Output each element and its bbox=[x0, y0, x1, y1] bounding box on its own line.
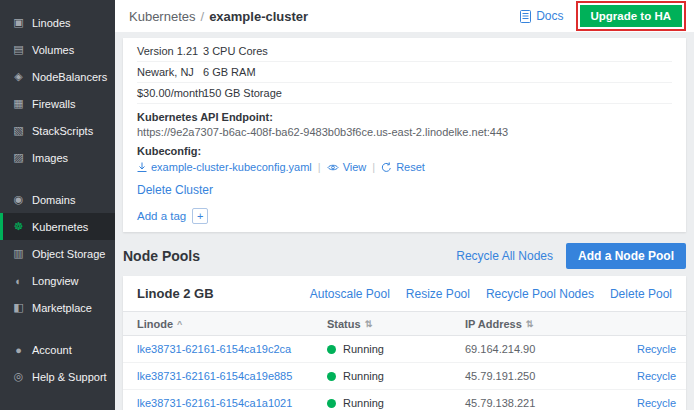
delete-cluster-link[interactable]: Delete Cluster bbox=[137, 183, 213, 197]
api-endpoint-label: Kubernetes API Endpoint: bbox=[137, 111, 672, 123]
column-header-status[interactable]: Status ⇅ bbox=[313, 318, 451, 330]
node-ip-cell: 45.79.191.250 bbox=[451, 370, 623, 382]
recycle-all-nodes-link[interactable]: Recycle All Nodes bbox=[456, 249, 553, 263]
docs-label: Docs bbox=[536, 9, 563, 23]
cluster-storage: 150 GB Storage bbox=[203, 87, 282, 99]
upgrade-to-ha-button[interactable]: Upgrade to HA bbox=[580, 5, 683, 27]
eye-icon bbox=[327, 163, 339, 172]
sidebar-item-label: Help & Support bbox=[32, 371, 107, 383]
sidebar-item-images[interactable]: ▨ Images bbox=[0, 144, 115, 171]
spec-row: Version 1.21 3 CPU Cores bbox=[137, 41, 672, 62]
firewalls-icon: ▦ bbox=[12, 97, 25, 110]
breadcrumb-kubernetes-link[interactable]: Kubernetes bbox=[129, 9, 196, 24]
column-label: Status bbox=[327, 318, 361, 330]
add-tag-label: Add a tag bbox=[137, 210, 186, 222]
add-node-pool-button[interactable]: Add a Node Pool bbox=[566, 243, 686, 269]
spec-row: $30.00/month 150 GB Storage bbox=[137, 83, 672, 104]
object-storage-icon: ▥ bbox=[12, 247, 25, 260]
table-row: lke38731-62161-6154ca1a1021 Running 45.7… bbox=[123, 390, 686, 410]
sidebar-item-label: Longview bbox=[32, 275, 78, 287]
table-row: lke38731-62161-6154ca19c2ca Running 69.1… bbox=[123, 336, 686, 363]
column-header-ip[interactable]: IP Address ⇅ bbox=[451, 318, 623, 330]
delete-pool-link[interactable]: Delete Pool bbox=[610, 287, 672, 301]
sidebar-item-account[interactable]: ● Account bbox=[0, 336, 115, 363]
sidebar-item-label: Account bbox=[32, 344, 72, 356]
app-window: ▣ Linodes ▤ Volumes ◈ NodeBalancers ▦ Fi… bbox=[0, 0, 694, 410]
pool-name: Linode 2 GB bbox=[137, 286, 214, 301]
cluster-price: $30.00/month bbox=[137, 87, 203, 99]
node-pools-header: Node Pools Recycle All Nodes Add a Node … bbox=[123, 243, 686, 269]
longview-icon: ◐ bbox=[12, 275, 25, 287]
sidebar-item-help-support[interactable]: ◎ Help & Support bbox=[0, 363, 115, 390]
recycle-node-link[interactable]: Recycle bbox=[637, 370, 676, 382]
node-action-cell: Recycle bbox=[623, 397, 690, 409]
account-icon: ● bbox=[12, 344, 25, 356]
docs-icon bbox=[520, 10, 531, 23]
breadcrumb: Kubernetes/example-cluster bbox=[129, 9, 308, 24]
sidebar-item-nodebalancers[interactable]: ◈ NodeBalancers bbox=[0, 63, 115, 90]
node-ip-cell: 45.79.138.221 bbox=[451, 397, 623, 409]
nodebalancers-icon: ◈ bbox=[12, 70, 25, 83]
add-tag-button[interactable]: Add a tag + bbox=[137, 208, 208, 224]
sidebar-item-domains[interactable]: ◉ Domains bbox=[0, 186, 115, 213]
node-action-cell: Recycle bbox=[623, 370, 690, 382]
node-link[interactable]: lke38731-62161-6154ca19c2ca bbox=[137, 343, 291, 355]
help-support-icon: ◎ bbox=[12, 370, 25, 383]
sidebar-item-label: Images bbox=[32, 152, 68, 164]
resize-pool-link[interactable]: Resize Pool bbox=[406, 287, 470, 301]
status-label: Running bbox=[343, 370, 384, 382]
kubeconfig-actions: example-cluster-kubeconfig.yaml | View | bbox=[137, 161, 672, 173]
status-label: Running bbox=[343, 397, 384, 409]
target-highlight-box: Upgrade to HA bbox=[576, 1, 687, 31]
images-icon: ▨ bbox=[12, 151, 25, 164]
page-header: Kubernetes/example-cluster Docs Upgrade … bbox=[115, 0, 694, 32]
pool-table-header: Linode ^ Status ⇅ IP Address ⇅ bbox=[123, 311, 686, 336]
sidebar-item-linodes[interactable]: ▣ Linodes bbox=[0, 9, 115, 36]
sort-asc-icon: ^ bbox=[177, 319, 182, 329]
kubeconfig-view-link[interactable]: View bbox=[327, 161, 367, 173]
recycle-node-link[interactable]: Recycle bbox=[637, 397, 676, 409]
column-header-linode[interactable]: Linode ^ bbox=[123, 318, 313, 330]
kubeconfig-download-link[interactable]: example-cluster-kubeconfig.yaml bbox=[137, 161, 312, 173]
sidebar-item-longview[interactable]: ◐ Longview bbox=[0, 267, 115, 294]
kubeconfig-label: Kubeconfig: bbox=[137, 145, 672, 157]
stackscripts-icon: ▧ bbox=[12, 124, 25, 137]
pool-card-header: Linode 2 GB Autoscale Pool Resize Pool R… bbox=[123, 276, 686, 311]
column-label: Linode bbox=[137, 318, 173, 330]
sidebar-item-object-storage[interactable]: ▥ Object Storage bbox=[0, 240, 115, 267]
table-row: lke38731-62161-6154ca19e885 Running 45.7… bbox=[123, 363, 686, 390]
tags-row: Add a tag + bbox=[137, 206, 672, 224]
node-link[interactable]: lke38731-62161-6154ca1a1021 bbox=[137, 397, 292, 409]
page-content: Version 1.21 3 CPU Cores Newark, NJ 6 GB… bbox=[115, 32, 694, 410]
view-label: View bbox=[343, 161, 367, 173]
recycle-pool-nodes-link[interactable]: Recycle Pool Nodes bbox=[486, 287, 594, 301]
status-running-dot bbox=[327, 399, 336, 408]
node-pools-title: Node Pools bbox=[123, 248, 200, 264]
linodes-icon: ▣ bbox=[12, 16, 25, 29]
sidebar-item-firewalls[interactable]: ▦ Firewalls bbox=[0, 90, 115, 117]
kubeconfig-reset-link[interactable]: Reset bbox=[381, 161, 425, 173]
node-ip-cell: 69.164.214.90 bbox=[451, 343, 623, 355]
sidebar-item-marketplace[interactable]: ◧ Marketplace bbox=[0, 294, 115, 321]
breadcrumb-separator: / bbox=[201, 9, 205, 24]
download-icon bbox=[137, 162, 147, 173]
sidebar-item-label: StackScripts bbox=[32, 125, 93, 137]
reset-icon bbox=[381, 162, 392, 173]
marketplace-icon: ◧ bbox=[12, 301, 25, 314]
pool-card: Linode 2 GB Autoscale Pool Resize Pool R… bbox=[123, 276, 686, 410]
plus-icon: + bbox=[192, 208, 208, 224]
header-actions: Docs Upgrade to HA bbox=[520, 1, 686, 31]
node-link[interactable]: lke38731-62161-6154ca19e885 bbox=[137, 370, 292, 382]
reset-label: Reset bbox=[396, 161, 425, 173]
sidebar-item-label: Kubernetes bbox=[32, 221, 88, 233]
sidebar-item-volumes[interactable]: ▤ Volumes bbox=[0, 36, 115, 63]
separator: | bbox=[372, 161, 375, 173]
sidebar-item-stackscripts[interactable]: ▧ StackScripts bbox=[0, 117, 115, 144]
column-label: IP Address bbox=[465, 318, 522, 330]
cluster-version: Version 1.21 bbox=[137, 45, 203, 57]
sidebar-item-kubernetes[interactable]: ☸ Kubernetes bbox=[0, 213, 115, 240]
docs-link[interactable]: Docs bbox=[520, 9, 563, 23]
node-action-cell: Recycle bbox=[623, 343, 690, 355]
autoscale-pool-link[interactable]: Autoscale Pool bbox=[310, 287, 390, 301]
recycle-node-link[interactable]: Recycle bbox=[637, 343, 676, 355]
